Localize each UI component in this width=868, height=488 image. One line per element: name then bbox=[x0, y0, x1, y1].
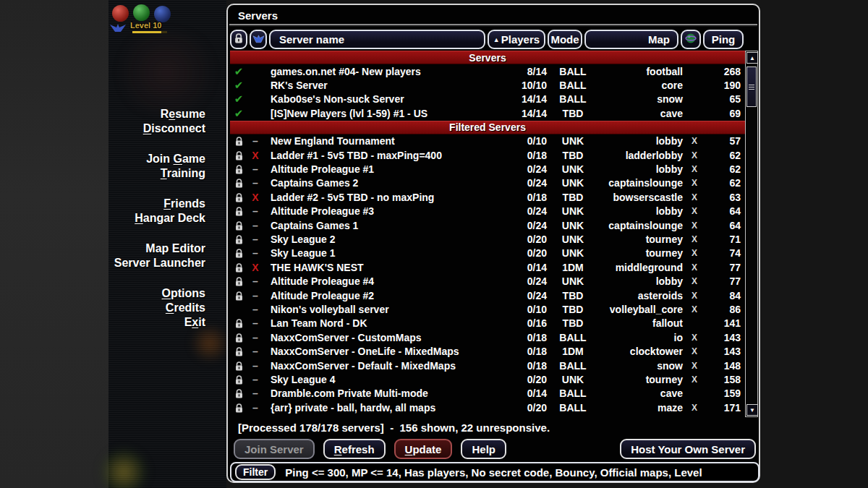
join-server-button[interactable]: Join Server bbox=[234, 439, 315, 459]
refresh-button[interactable]: Refresh bbox=[323, 439, 386, 459]
host-your-own-server-button[interactable]: Host Your Own Server bbox=[620, 439, 756, 459]
sort-players-button[interactable]: ▲ Players bbox=[488, 30, 545, 49]
active-server-row[interactable]: ✔games.on.net #04- New players8/14BALLfo… bbox=[230, 64, 745, 78]
server-name: Altitude Proleague #1 bbox=[263, 163, 498, 175]
server-players: 8/14 bbox=[498, 66, 556, 77]
filtered-server-row[interactable]: –New England Tournament0/10UNKlobbyX57 bbox=[230, 134, 745, 148]
server-players: 0/18 bbox=[498, 192, 556, 203]
server-ping: 62 bbox=[705, 177, 745, 189]
server-ping: 69 bbox=[705, 108, 745, 119]
server-mode: 1DM bbox=[556, 346, 590, 357]
action-button-row: Join Server Refresh Update Help Host You… bbox=[234, 439, 756, 459]
scroll-up-button[interactable]: ▲ bbox=[746, 52, 758, 64]
filtered-server-row[interactable]: –Nikon's volleyball server0/10TBDvolleyb… bbox=[230, 302, 745, 316]
menu-item-friends[interactable]: Friends bbox=[0, 197, 205, 211]
lock-icon bbox=[235, 234, 243, 245]
filtered-server-row[interactable]: –Lan Team Nord - DK0/16TBDfallout141 bbox=[230, 317, 745, 330]
server-mode: UNK bbox=[556, 163, 590, 175]
server-name: [IS]New Players (lvl 1-59) #1 - US bbox=[263, 108, 498, 119]
server-map: fallout bbox=[590, 317, 684, 329]
help-button[interactable]: Help bbox=[461, 439, 506, 459]
active-server-row[interactable]: ✔[IS]New Players (lvl 1-59) #1 - US14/14… bbox=[230, 106, 745, 120]
filtered-server-row[interactable]: XTHE HAWK'S NEST0/141DMmiddlegroundX77 bbox=[230, 260, 745, 274]
sort-mode-button[interactable]: Mode bbox=[548, 30, 582, 49]
status-line: [Processed 178/178 servers] - 156 shown,… bbox=[238, 421, 550, 434]
filtered-server-row[interactable]: –Altitude Proleague #40/24UNKlobbyX77 bbox=[230, 274, 745, 288]
server-players: 14/14 bbox=[498, 93, 556, 105]
server-map: lobby bbox=[590, 163, 684, 175]
server-name: NaxxComServer - OneLife - MixedMaps bbox=[263, 346, 498, 357]
server-name: Nikon's volleyball server bbox=[263, 304, 498, 315]
dash-icon: – bbox=[252, 374, 258, 385]
menu-item-credits[interactable]: Credits bbox=[0, 301, 205, 315]
sort-region-button[interactable] bbox=[681, 30, 701, 49]
dash-icon: – bbox=[252, 247, 258, 259]
server-map: middleground bbox=[590, 262, 684, 273]
menu-item-server-launcher[interactable]: Server Launcher bbox=[0, 256, 205, 270]
menu-item-resume[interactable]: Resume bbox=[0, 107, 205, 121]
server-region-flag: X bbox=[684, 164, 705, 174]
server-players: 0/24 bbox=[498, 177, 556, 189]
sort-ping-button[interactable]: Ping bbox=[703, 30, 744, 49]
active-server-row[interactable]: ✔Kabo0se's Non-suck Server14/14BALLsnow6… bbox=[230, 93, 745, 106]
menu-item-hangar-deck[interactable]: Hangar Deck bbox=[0, 211, 205, 226]
server-map: snow bbox=[590, 93, 684, 105]
server-name: RK's Server bbox=[263, 80, 498, 91]
server-name: Sky League 4 bbox=[263, 374, 498, 385]
server-mode: UNK bbox=[556, 177, 590, 189]
server-ping: 77 bbox=[705, 262, 745, 273]
xp-progress-bar bbox=[132, 31, 167, 33]
main-menu: ResumeDisconnectJoin GameTrainingFriends… bbox=[0, 107, 205, 330]
menu-item-options[interactable]: Options bbox=[0, 286, 205, 301]
menu-item-disconnect[interactable]: Disconnect bbox=[0, 121, 205, 136]
filtered-server-row[interactable]: –Altitude Proleague #10/24UNKlobbyX62 bbox=[230, 162, 745, 176]
level-label: Level 10 bbox=[130, 21, 161, 30]
server-map: captainslounge bbox=[590, 220, 684, 231]
sort-server-name-button[interactable]: Server name bbox=[269, 30, 485, 49]
menu-item-training[interactable]: Training bbox=[0, 166, 205, 181]
filter-button[interactable]: Filter bbox=[235, 464, 276, 480]
server-players: 10/10 bbox=[498, 80, 556, 91]
dash-icon: – bbox=[252, 402, 258, 414]
menu-item-exit[interactable]: Exit bbox=[0, 315, 205, 330]
update-button[interactable]: Update bbox=[394, 439, 453, 459]
sort-map-button[interactable]: Map bbox=[584, 30, 678, 49]
filtered-server-row[interactable]: XLadder #2 - 5v5 TBD - no maxPing0/18TBD… bbox=[230, 190, 745, 204]
filtered-server-row[interactable]: –Dramble.com Private Multi-mode0/14BALLc… bbox=[230, 387, 745, 401]
filtered-server-row[interactable]: –Captains Games 20/24UNKcaptainsloungeX6… bbox=[230, 176, 745, 190]
server-mode: TBD bbox=[556, 317, 590, 329]
online-check-icon: ✔ bbox=[234, 93, 244, 105]
lock-icon bbox=[235, 275, 243, 287]
filtered-server-row[interactable]: –Sky League 40/20UNKtourneyX158 bbox=[230, 372, 745, 386]
dash-icon: – bbox=[252, 290, 258, 301]
filtered-server-row[interactable]: –Captains Games 10/24UNKcaptainsloungeX6… bbox=[230, 218, 745, 232]
menu-item-join-game[interactable]: Join Game bbox=[0, 152, 205, 166]
server-players: 0/20 bbox=[498, 247, 556, 259]
filtered-server-row[interactable]: –Altitude Proleague #20/24TBDasteroidsX8… bbox=[230, 288, 745, 302]
scrollbar-grip bbox=[749, 85, 754, 90]
server-name: Ladder #1 - 5v5 TBD - maxPing=400 bbox=[263, 150, 498, 161]
menu-item-map-editor[interactable]: Map Editor bbox=[0, 241, 205, 256]
server-browser-panel: Servers Server name ▲ Players Mode Map P… bbox=[226, 4, 760, 483]
server-region-flag: X bbox=[684, 262, 705, 273]
server-name: Altitude Proleague #4 bbox=[263, 275, 498, 287]
filtered-server-row[interactable]: –NaxxComServer - CustomMaps0/18BALLioX14… bbox=[230, 330, 745, 344]
lock-icon bbox=[235, 220, 243, 231]
sort-favorite-button[interactable] bbox=[250, 30, 267, 49]
scroll-down-button[interactable]: ▼ bbox=[746, 404, 758, 416]
server-players: 0/14 bbox=[498, 262, 556, 273]
scrollbar-thumb[interactable] bbox=[746, 67, 757, 107]
lock-icon bbox=[235, 205, 243, 217]
filtered-server-row[interactable]: XLadder #1 - 5v5 TBD - maxPing=4000/18TB… bbox=[230, 148, 745, 162]
filtered-server-row[interactable]: –NaxxComServer - OneLife - MixedMaps0/18… bbox=[230, 344, 745, 358]
sort-lock-button[interactable] bbox=[230, 30, 247, 49]
server-mode: UNK bbox=[556, 220, 590, 231]
filtered-server-row[interactable]: –Sky League 20/20UNKtourneyX71 bbox=[230, 232, 745, 246]
dash-icon: – bbox=[252, 177, 258, 189]
filtered-server-row[interactable]: –{arr} private - ball, hardw, all maps0/… bbox=[230, 401, 745, 414]
filtered-server-row[interactable]: –NaxxComServer - Default - MixedMaps0/18… bbox=[230, 359, 745, 372]
scrollbar[interactable]: ▲ ▼ bbox=[745, 51, 758, 417]
active-server-row[interactable]: ✔RK's Server10/10BALLcore190 bbox=[230, 78, 745, 92]
filtered-server-row[interactable]: –Altitude Proleague #30/24UNKlobbyX64 bbox=[230, 205, 745, 218]
filtered-server-row[interactable]: –Sky League 10/20UNKtourneyX74 bbox=[230, 247, 745, 260]
